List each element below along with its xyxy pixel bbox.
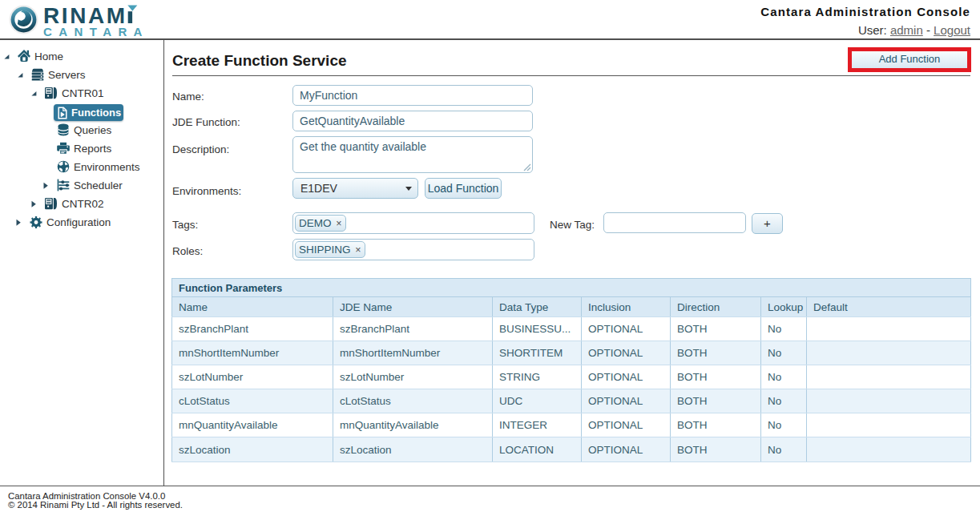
svg-text:CANTARA: CANTARA — [43, 25, 149, 38]
